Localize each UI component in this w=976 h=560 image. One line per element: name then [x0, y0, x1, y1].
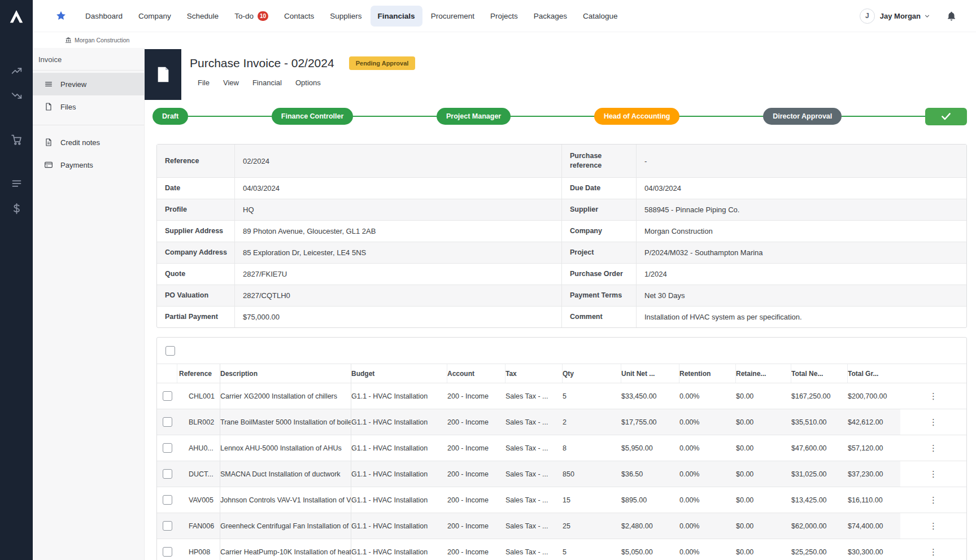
menu-file[interactable]: File [198, 78, 210, 87]
sidebar-item-payments[interactable]: Payments [33, 154, 144, 176]
breadcrumb-bar: Morgan Construction [33, 32, 976, 48]
cell-unit_net: $5,050.00 [621, 539, 679, 560]
detail-row: PO Valuation2827/CQTLH0Payment TermsNet … [157, 285, 966, 306]
row-menu-button[interactable]: ⋮ [926, 492, 942, 508]
column-header-account[interactable]: Account [447, 364, 506, 383]
cell-ref: DUCT... [177, 461, 220, 487]
cell-total_gross: $16,110.00 [848, 487, 900, 513]
detail-label: Project [561, 242, 636, 263]
cell-qty: 5 [563, 383, 621, 409]
detail-label: Company [561, 221, 636, 242]
detail-value: 2827/FKIE7U [234, 264, 561, 285]
column-header-retention[interactable]: Retention [679, 364, 736, 383]
row-menu-button[interactable]: ⋮ [926, 414, 942, 430]
sidebar-item-credit-notes[interactable]: Credit notes [33, 131, 144, 154]
cell-budget: G1.1 - HVAC Installation [351, 435, 447, 461]
nav-item-contacts[interactable]: Contacts [277, 6, 321, 27]
user-name: Jay Morgan [880, 12, 921, 20]
row-menu-button[interactable]: ⋮ [926, 518, 942, 534]
column-header-total-gr[interactable]: Total Gr... [848, 364, 900, 383]
select-all-checkbox[interactable] [165, 346, 175, 356]
app-logo[interactable] [0, 0, 33, 33]
cell-tax: Sales Tax - ... [506, 487, 563, 513]
menu-options[interactable]: Options [295, 78, 321, 87]
company-bank-icon [65, 37, 72, 43]
column-header-unit-net[interactable]: Unit Net ... [621, 364, 679, 383]
favorites-star-icon[interactable] [55, 10, 67, 21]
nav-item-label: Packages [534, 12, 567, 20]
sidebar-item-files[interactable]: Files [33, 95, 144, 118]
cell-qty: 5 [563, 539, 621, 560]
approve-button[interactable] [925, 108, 967, 125]
cell-retained: $0.00 [736, 461, 791, 487]
row-checkbox[interactable] [163, 443, 172, 453]
row-checkbox[interactable] [163, 547, 172, 557]
row-checkbox[interactable] [163, 495, 172, 505]
trending-up-icon[interactable] [0, 62, 33, 79]
nav-item-dashboard[interactable]: Dashboard [78, 6, 130, 27]
left-rail [0, 0, 33, 560]
detail-value: 2827/CQTLH0 [234, 285, 561, 306]
detail-row: Reference02/2024Purchase reference- [157, 145, 966, 177]
row-menu-button[interactable]: ⋮ [926, 440, 942, 456]
cell-budget: G1.1 - HVAC Installation [351, 539, 447, 560]
cell-tax: Sales Tax - ... [506, 383, 563, 409]
nav-item-company[interactable]: Company [131, 6, 178, 27]
column-header-description[interactable]: Description [220, 364, 351, 383]
step-project-manager: Project Manager [437, 108, 511, 125]
queue-icon[interactable] [0, 175, 33, 192]
row-checkbox[interactable] [163, 521, 172, 531]
column-header-total-ne[interactable]: Total Ne... [791, 364, 848, 383]
nav-item-packages[interactable]: Packages [526, 6, 574, 27]
detail-row: ProfileHQSupplier588945 - Pinnacle Pipin… [157, 199, 966, 220]
nav-item-projects[interactable]: Projects [483, 6, 525, 27]
nav-item-financials[interactable]: Financials [371, 6, 422, 27]
row-checkbox[interactable] [163, 469, 172, 479]
breadcrumb[interactable]: Morgan Construction [65, 37, 129, 43]
items-body: CHL001Carrier XG2000 Installation of chi… [157, 383, 966, 560]
cell-desc: Greenheck Centrifugal Fan Installation o… [220, 513, 351, 539]
sidebar-groups: PreviewFilesCredit notesPayments [33, 71, 144, 183]
table-row: VAV005Johnson Controls VAV-V1 Installati… [157, 487, 966, 513]
cell-tax: Sales Tax - ... [506, 461, 563, 487]
detail-label: Date [157, 178, 234, 199]
nav-item-suppliers[interactable]: Suppliers [323, 6, 369, 27]
row-checkbox[interactable] [163, 417, 172, 427]
nav-item-label: Suppliers [330, 12, 361, 20]
column-header-reference[interactable]: Reference [177, 364, 220, 383]
row-menu-button[interactable]: ⋮ [926, 388, 942, 404]
document-menu-bar: FileViewFinancialOptions [198, 78, 976, 87]
column-header-budget[interactable]: Budget [351, 364, 447, 383]
row-checkbox[interactable] [163, 391, 172, 401]
nav-item-to-do[interactable]: To-do10 [227, 6, 276, 27]
dollar-icon[interactable] [0, 200, 33, 217]
menu-view[interactable]: View [223, 78, 239, 87]
main-content: Purchase Invoice - 02/2024 Pending Appro… [145, 48, 976, 560]
step-finance-controller: Finance Controller [272, 108, 353, 125]
column-header-retaine[interactable]: Retaine... [736, 364, 791, 383]
notifications-bell-icon[interactable] [946, 11, 957, 21]
nav-item-schedule[interactable]: Schedule [180, 6, 226, 27]
user-menu[interactable]: J Jay Morgan [860, 8, 931, 24]
nav-item-catalogue[interactable]: Catalogue [576, 6, 625, 27]
sidebar-item-preview[interactable]: Preview [33, 73, 144, 95]
nav-item-procurement[interactable]: Procurement [424, 6, 482, 27]
menu-financial[interactable]: Financial [252, 78, 282, 87]
table-row: DUCT...SMACNA Duct Installation of ductw… [157, 461, 966, 487]
row-menu-button[interactable]: ⋮ [926, 466, 942, 482]
credit-note-icon [44, 138, 53, 147]
column-header-tax[interactable]: Tax [506, 364, 563, 383]
cell-unit_net: $2,480.00 [621, 513, 679, 539]
cart-icon[interactable] [0, 131, 33, 148]
main-nav: DashboardCompanyScheduleTo-do10ContactsS… [78, 6, 625, 27]
trending-down-icon[interactable] [0, 87, 33, 104]
cell-account: 200 - Income [447, 487, 506, 513]
cell-unit_net: $5,950.00 [621, 435, 679, 461]
cell-retained: $0.00 [736, 487, 791, 513]
column-header-qty[interactable]: Qty [563, 364, 621, 383]
cell-ref: FAN006 [177, 513, 220, 539]
row-menu-button[interactable]: ⋮ [926, 544, 942, 560]
table-row: CHL001Carrier XG2000 Installation of chi… [157, 383, 966, 409]
cell-qty: 850 [563, 461, 621, 487]
cell-total_net: $167,250.00 [791, 383, 848, 409]
